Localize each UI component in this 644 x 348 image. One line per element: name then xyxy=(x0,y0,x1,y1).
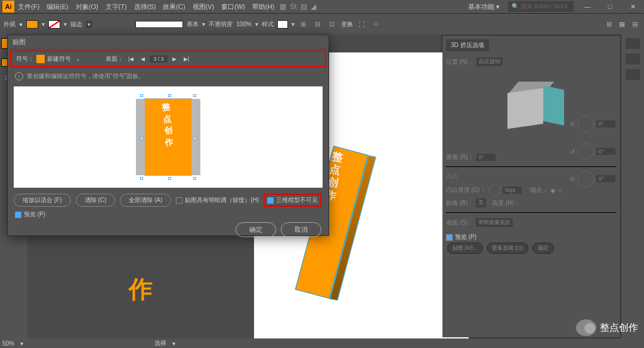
menu-type[interactable]: 文字(T) xyxy=(102,2,131,11)
rotation-cube[interactable] xyxy=(501,76,561,135)
dot-icon: ● xyxy=(19,21,23,27)
panel-3d-extrude: 3D 挤压选项 位置 (N)： 自定旋转 ↻0° ↺0° ⟳0° 透视 (R)：… xyxy=(442,36,620,337)
minimize-button[interactable]: — xyxy=(578,3,596,10)
preview-checkbox-3d[interactable] xyxy=(446,234,453,241)
shade-checkbox[interactable] xyxy=(176,197,182,204)
bg-text: 作 xyxy=(129,273,153,306)
prev-surface-button[interactable]: ◀ xyxy=(138,56,147,62)
zoom-value[interactable]: 50% xyxy=(2,340,14,347)
mini-panel-3[interactable] xyxy=(626,69,640,80)
depth-val[interactable]: 50pt xyxy=(503,187,522,194)
menu-file[interactable]: 文件(F) xyxy=(14,2,43,11)
map-art-button[interactable]: 贴图 (M)... xyxy=(447,243,483,254)
rot-x[interactable]: 0° xyxy=(596,120,615,128)
style-swatch[interactable] xyxy=(277,20,288,29)
stroke-label: 描边 xyxy=(70,20,82,29)
rot-y[interactable]: 0° xyxy=(596,148,615,155)
arrange-icon[interactable]: ▤ xyxy=(299,2,309,11)
bridge-icon[interactable]: ▦ xyxy=(278,2,288,11)
mini-panel-1[interactable] xyxy=(626,38,640,49)
clear-button[interactable]: 清除 (C) xyxy=(76,194,116,207)
cap-on-icon[interactable]: ◉ xyxy=(550,187,556,194)
position-dropdown[interactable]: 自定旋转 xyxy=(476,57,503,66)
mini-panel-2[interactable] xyxy=(626,54,640,64)
menu-effect[interactable]: 效果(C) xyxy=(159,2,188,11)
bevel-dropdown[interactable]: 无 xyxy=(476,198,486,207)
transform-label: 变换 xyxy=(341,20,353,29)
dialog-title: 贴图 xyxy=(8,35,329,49)
collapsed-panels xyxy=(621,35,644,338)
surface-nav-label: 表面： xyxy=(106,55,123,63)
bevel-label: 斜角 (B)： xyxy=(446,199,473,207)
stock-icon[interactable]: St xyxy=(288,2,298,11)
transform-icon[interactable]: ⛶ xyxy=(357,19,367,30)
last-surface-button[interactable]: ▶| xyxy=(181,56,191,62)
depth-dial[interactable] xyxy=(488,184,500,196)
style2-label: 样式 xyxy=(262,20,274,29)
menu-window[interactable]: 窗口(W) xyxy=(218,2,249,11)
search-input[interactable]: 🔍 搜索 Adobe Stock xyxy=(508,1,574,12)
maximize-button[interactable]: □ xyxy=(601,3,619,10)
status-bar: 50%▾ 选择▾ xyxy=(0,338,644,348)
align-icon[interactable]: ⊞ xyxy=(298,19,309,30)
close-button[interactable]: ✕ xyxy=(624,3,642,11)
cap-off-icon[interactable]: ○ xyxy=(558,187,562,194)
snap-icon[interactable]: ▦ xyxy=(617,19,627,30)
fill-swatch[interactable] xyxy=(26,20,38,29)
map-art-dialog: 贴图 符号： 新建符号 ⌄ 表面： |◀ ◀ 3 / 3 ▶ ▶| i 要创建和… xyxy=(7,35,329,236)
symbol-label: 符号： xyxy=(16,55,34,63)
shade-label: 贴图具有明暗调（较慢）(H) xyxy=(185,196,259,204)
surface-dropdown[interactable]: 塑料效果底纹 xyxy=(476,218,513,227)
invisible-checkbox[interactable] xyxy=(267,197,274,204)
style-dropdown[interactable]: 基本 xyxy=(187,20,199,29)
map-preview[interactable]: 整点创作 xyxy=(14,86,323,188)
surface-label: 表面 (S)： xyxy=(446,219,473,227)
menu-edit[interactable]: 编辑(E) xyxy=(43,2,72,11)
menu-select[interactable]: 选择(S) xyxy=(131,2,160,11)
dial-x[interactable] xyxy=(577,116,594,132)
ok-button[interactable]: 确定 xyxy=(236,222,276,237)
clear-all-button[interactable]: 全部清除 (A) xyxy=(120,194,171,207)
menu-bar: Ai 文件(F) 编辑(E) 对象(O) 文字(T) 选择(S) 效果(C) 视… xyxy=(0,0,644,13)
preview-label: 预览 (P) xyxy=(24,210,45,219)
wechat-icon xyxy=(576,319,596,336)
scale-to-fit-button[interactable]: 缩放以适合 (F) xyxy=(14,194,71,207)
symbol-dropdown[interactable]: 新建符号 xyxy=(47,55,71,63)
more-options-button[interactable]: 更多选项 (O) xyxy=(487,243,528,254)
preview-label-3d: 预览 (P) xyxy=(455,233,476,241)
control-bar: 外观 ● ▾ ▾ 描边 ▾ 基本 ▾ 不透明度 100% ▾ 样式 ▾ ⊞ ⊟ … xyxy=(0,13,644,35)
app-logo: Ai xyxy=(2,1,14,13)
cap-label: 端点： xyxy=(530,186,548,194)
stroke-style[interactable] xyxy=(135,21,183,28)
preview-checkbox[interactable] xyxy=(15,212,21,218)
workspace-switcher[interactable]: 基本功能 ▾ xyxy=(465,2,503,11)
appearance-label: 外观 xyxy=(4,20,16,29)
opacity-label: 不透明度 xyxy=(209,20,233,29)
stroke-swatch[interactable] xyxy=(48,20,60,29)
menu-view[interactable]: 视图(V) xyxy=(189,2,218,11)
invisible-label: 三维模型不可见 xyxy=(276,196,318,204)
dial-y[interactable] xyxy=(577,143,594,160)
next-surface-button[interactable]: ▶ xyxy=(170,56,179,62)
opacity-value[interactable]: 100% xyxy=(236,21,252,27)
menu-help[interactable]: 帮助(H) xyxy=(249,2,278,11)
symbol-dd-arrow[interactable]: ⌄ xyxy=(73,56,83,62)
perspective-val[interactable]: 0° xyxy=(476,154,496,161)
axis-z-icon: ⟳ xyxy=(570,176,575,182)
axis-x-icon: ↻ xyxy=(570,121,575,128)
grid-icon[interactable]: ⊞ xyxy=(603,19,614,30)
transform-icon2[interactable]: ⊹ xyxy=(371,19,382,30)
dial-z[interactable] xyxy=(577,170,594,187)
selection-label: 选择 xyxy=(154,339,166,347)
ruler-icon[interactable]: ▤ xyxy=(630,19,640,30)
align-icon2[interactable]: ⊟ xyxy=(312,19,323,30)
gpu-icon[interactable]: ◢ xyxy=(309,2,318,11)
first-surface-button[interactable]: |◀ xyxy=(126,56,136,62)
menu-object[interactable]: 对象(O) xyxy=(72,2,102,11)
ok-button-3d[interactable]: 确定 xyxy=(532,243,554,254)
position-label: 位置 (N)： xyxy=(446,58,474,66)
distribute-icon[interactable]: ⊡ xyxy=(327,19,338,30)
panel-tab-3d[interactable]: 3D 挤压选项 xyxy=(446,39,489,51)
cancel-button[interactable]: 取消 xyxy=(281,222,321,237)
rot-z[interactable]: 0° xyxy=(596,175,615,182)
